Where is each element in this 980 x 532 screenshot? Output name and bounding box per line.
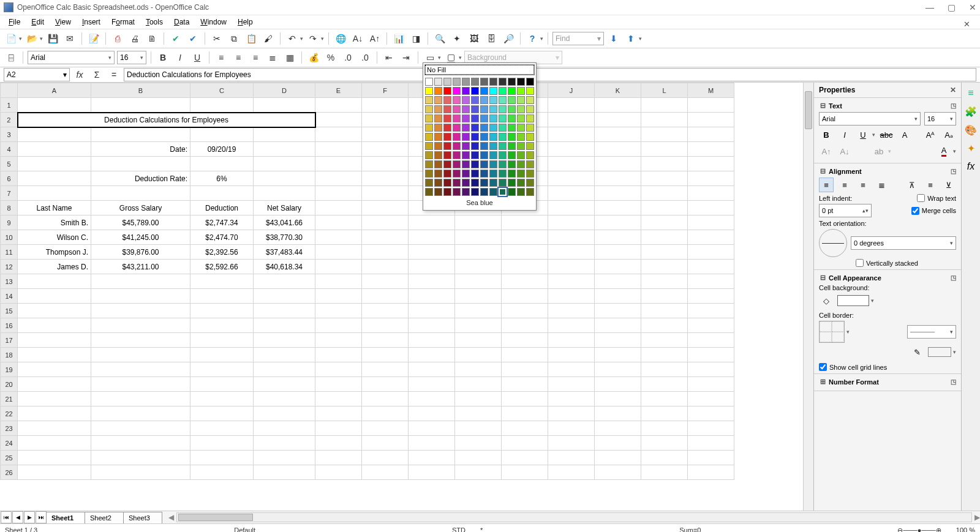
color-swatch[interactable] [489,142,497,150]
cell[interactable] [91,98,190,113]
cell[interactable] [362,260,409,274]
color-swatch[interactable] [517,124,525,132]
color-swatch[interactable] [499,160,507,168]
cell[interactable] [254,377,315,392]
cut-icon[interactable]: ✂ [209,31,224,46]
sidebar-font-combo[interactable]: Arial▾ [819,112,921,126]
sb-italic-icon[interactable]: I [837,127,852,142]
al-left-icon[interactable]: ≡ [819,178,834,192]
cell[interactable]: Smith B. [18,215,91,230]
cell[interactable] [455,245,502,260]
color-swatch[interactable] [425,124,433,132]
sidetab-navigator-icon[interactable]: ✦ [964,141,978,155]
color-swatch[interactable] [443,124,451,132]
color-swatch[interactable] [480,179,488,187]
color-swatch[interactable] [425,151,433,159]
cell[interactable] [254,186,315,201]
color-swatch[interactable] [471,78,479,86]
color-swatch[interactable] [508,170,516,178]
cell[interactable] [688,201,734,215]
cell[interactable] [595,421,641,436]
currency-icon[interactable]: 💰 [306,50,321,65]
cell[interactable] [688,274,734,289]
color-swatch[interactable] [480,124,488,132]
cell[interactable] [641,260,688,274]
cell[interactable] [254,142,315,157]
degrees-combo[interactable]: 0 degrees▾ [851,236,956,250]
sidetab-properties-icon[interactable]: ≡ [964,86,978,100]
no-fill-button[interactable]: No Fill [424,64,535,75]
cell[interactable] [641,171,688,186]
cell[interactable] [91,436,190,451]
cell[interactable] [548,142,595,157]
fill-icon[interactable]: ◇ [819,293,834,308]
cell[interactable] [362,451,409,465]
cell[interactable] [254,304,315,318]
cell[interactable] [315,421,362,436]
color-swatch[interactable] [425,114,433,122]
color-swatch[interactable] [471,170,479,178]
color-swatch[interactable] [425,78,433,86]
cell[interactable] [18,348,91,362]
color-swatch[interactable] [508,133,516,141]
indent-spinner[interactable]: 0 pt▴▾ [819,204,872,217]
color-swatch[interactable] [499,78,507,86]
cell[interactable] [641,421,688,436]
cell[interactable] [91,333,190,348]
find-overflow-icon[interactable]: ▾ [639,36,642,42]
cell[interactable] [91,318,190,333]
cell[interactable] [641,465,688,480]
cell[interactable] [455,230,502,245]
cell[interactable] [362,127,409,142]
cell[interactable] [190,333,254,348]
color-swatch[interactable] [434,160,442,168]
cell[interactable]: Deduction Rate: [91,171,190,186]
cell[interactable] [455,392,502,406]
cell[interactable] [688,333,734,348]
cell[interactable] [455,348,502,362]
color-swatch[interactable] [489,188,497,196]
cell[interactable]: $2,747.34 [190,215,254,230]
sb-decfont-icon[interactable]: A↓ [837,144,852,159]
color-swatch[interactable] [526,96,534,104]
print-icon[interactable]: 🖨 [127,31,142,46]
cell[interactable] [409,333,455,348]
cell[interactable] [315,436,362,451]
cell[interactable] [641,215,688,230]
color-swatch[interactable] [434,142,442,150]
color-swatch[interactable] [443,188,451,196]
status-zoom[interactable]: 100 % [956,526,975,532]
cell[interactable] [595,171,641,186]
color-swatch[interactable] [499,142,507,150]
cell[interactable] [362,318,409,333]
cell-bg-swatch[interactable] [837,295,869,306]
color-swatch[interactable] [453,114,461,122]
color-swatch[interactable] [425,87,433,95]
cell[interactable] [502,406,548,421]
cell[interactable] [18,98,91,113]
redo-icon[interactable]: ↷ [306,31,320,46]
cell[interactable] [91,289,190,304]
cell[interactable] [18,157,91,171]
color-swatch[interactable] [462,105,470,113]
cell[interactable] [548,186,595,201]
sb-underline-icon[interactable]: U [856,127,870,142]
cell[interactable] [91,304,190,318]
color-swatch[interactable] [434,105,442,113]
cell[interactable] [688,377,734,392]
cell[interactable] [190,377,254,392]
color-swatch[interactable] [517,151,525,159]
cell[interactable] [548,260,595,274]
color-swatch[interactable] [517,87,525,95]
cell[interactable] [688,127,734,142]
color-swatch[interactable] [526,188,534,196]
color-swatch[interactable] [462,142,470,150]
cell[interactable] [548,333,595,348]
color-swatch[interactable] [453,142,461,150]
cell[interactable] [362,304,409,318]
color-swatch[interactable] [526,133,534,141]
color-swatch[interactable] [434,96,442,104]
cell-title[interactable]: Deduction Calculations for Employees [18,113,315,127]
cell[interactable]: Net Salary [254,201,315,215]
border-color-swatch[interactable] [928,347,951,357]
